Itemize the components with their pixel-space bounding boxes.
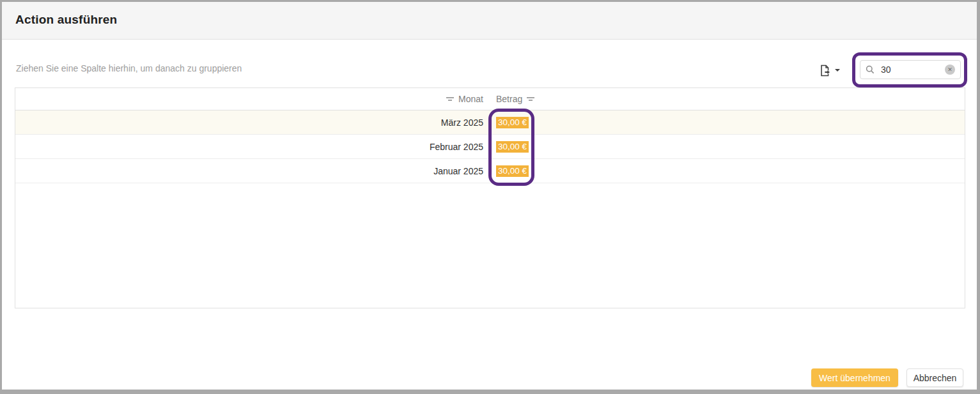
- search-icon: [866, 65, 875, 74]
- export-icon: [820, 64, 830, 77]
- action-dialog: Action ausführen Ziehen Sie eine Spalte …: [0, 0, 980, 394]
- grid-header-row: Monat Betrag: [15, 88, 965, 110]
- cancel-button[interactable]: Abbrechen: [906, 368, 963, 387]
- highlighted-amount: 30,00 €: [496, 165, 529, 177]
- export-button[interactable]: [814, 61, 845, 79]
- dialog-titlebar: Action ausführen: [0, 0, 980, 40]
- table-row[interactable]: März 2025 30,00 €: [15, 110, 965, 135]
- header-filter-icon[interactable]: [446, 97, 454, 101]
- data-grid: Monat Betrag März 2025 30,00 € Februar 2…: [15, 87, 965, 308]
- apply-value-button[interactable]: Wert übernehmen: [811, 368, 898, 387]
- cell-betrag: 30,00 €: [490, 135, 965, 158]
- search-box[interactable]: ✕: [860, 60, 961, 79]
- column-header-monat[interactable]: Monat: [15, 88, 490, 110]
- table-row[interactable]: Februar 2025 30,00 €: [15, 135, 965, 159]
- column-label-betrag: Betrag: [496, 94, 522, 104]
- cell-betrag: 30,00 €: [490, 159, 965, 183]
- cell-betrag: 30,00 €: [490, 110, 965, 134]
- dialog-title: Action ausführen: [15, 13, 117, 27]
- cell-monat: Januar 2025: [15, 159, 490, 183]
- highlighted-amount: 30,00 €: [496, 117, 529, 128]
- cell-monat: März 2025: [15, 110, 490, 134]
- group-panel-hint: Ziehen Sie eine Spalte hierhin, um danac…: [16, 63, 242, 73]
- header-filter-icon[interactable]: [527, 97, 534, 101]
- cell-monat: Februar 2025: [15, 135, 490, 158]
- highlighted-amount: 30,00 €: [496, 141, 529, 153]
- search-input[interactable]: [880, 64, 931, 75]
- column-label-monat: Monat: [458, 94, 483, 104]
- clear-search-icon[interactable]: ✕: [945, 64, 955, 75]
- column-header-betrag[interactable]: Betrag: [490, 88, 965, 110]
- table-row[interactable]: Januar 2025 30,00 €: [15, 159, 965, 183]
- caret-down-icon: [835, 69, 840, 72]
